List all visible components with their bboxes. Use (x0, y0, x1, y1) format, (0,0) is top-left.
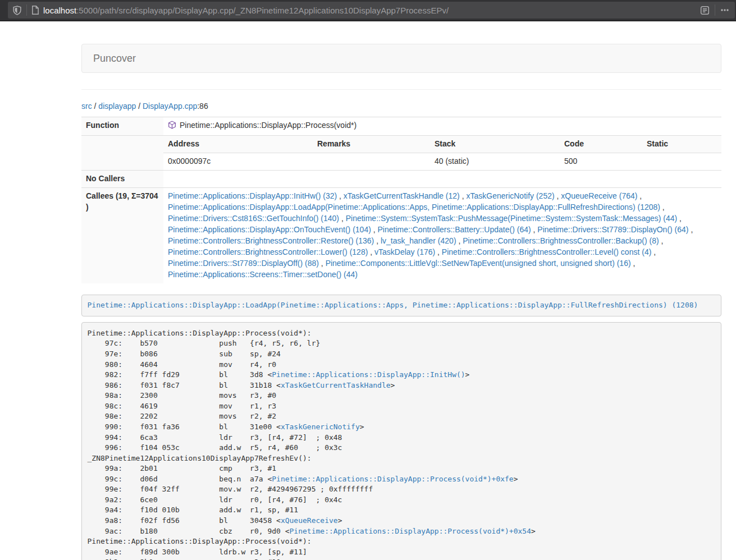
col-address: Address (163, 136, 313, 153)
callee-link[interactable]: Pinetime::Applications::DisplayApp::Init… (168, 191, 337, 200)
package-cube-icon (168, 121, 176, 132)
url-host: localhost (43, 6, 76, 15)
breadcrumb: src / displayapp / DisplayApp.cpp:86 (81, 100, 721, 112)
url-text[interactable]: localhost:5000/path/src/displayapp/Displ… (43, 6, 449, 15)
callee-link[interactable]: Pinetime::Applications::Screens::Timer::… (168, 270, 358, 279)
col-static: Static (642, 136, 721, 153)
col-code: Code (560, 136, 642, 153)
callee-link[interactable]: Pinetime::Components::LittleVgl::SetNewT… (326, 259, 631, 268)
reader-mode-icon[interactable] (700, 6, 710, 15)
page-content: Puncover src / displayapp / DisplayApp.c… (81, 44, 721, 560)
browser-toolbar: localhost:5000/path/src/displayapp/Displ… (0, 0, 736, 21)
assembly-pre: Pinetime::Applications::DisplayApp::Proc… (81, 322, 721, 560)
callees-cell: Pinetime::Applications::DisplayApp::Init… (163, 187, 721, 283)
callee-link[interactable]: xTaskGenericNotify (252) (466, 191, 554, 200)
value-code: 500 (560, 153, 642, 169)
callee-link[interactable]: Pinetime::Drivers::St7789::DisplayOn() (… (537, 225, 688, 234)
callees-line: Pinetime::Controllers::BrightnessControl… (168, 247, 717, 258)
divider-rule (81, 89, 721, 90)
value-static (642, 153, 721, 169)
callees-line: Pinetime::Controllers::BrightnessControl… (168, 236, 717, 247)
symbol-pre: Pinetime::Applications::DisplayApp::Load… (81, 295, 721, 317)
callee-link[interactable]: Pinetime::Controllers::BrightnessControl… (168, 247, 368, 256)
detail-row: Address Remarks Stack Code Static 0x0000… (81, 135, 721, 170)
symbol-link[interactable]: Pinetime::Applications::DisplayApp::Load… (88, 301, 698, 309)
callee-link[interactable]: vTaskDelay (176) (374, 247, 435, 256)
asm-symbol-link[interactable]: Pinetime::Applications::DisplayApp::Init… (272, 370, 465, 379)
function-table: Function Pinetime::Applications::Display… (81, 117, 721, 283)
no-callers-label: No Callers (81, 170, 163, 187)
callees-row: Callees (19, Σ=3704 ) Pinetime::Applicat… (81, 187, 721, 283)
callee-link[interactable]: xQueueReceive (764) (561, 191, 637, 200)
function-row: Function Pinetime::Applications::Display… (81, 117, 721, 136)
callees-line: Pinetime::Drivers::Cst816S::GetTouchInfo… (168, 213, 717, 224)
asm-symbol-link[interactable]: xTaskGetCurrentTaskHandle (281, 381, 391, 389)
no-callers-row: No Callers (81, 170, 721, 187)
detail-table: Address Remarks Stack Code Static 0x0000… (163, 136, 721, 170)
callee-link[interactable]: Pinetime::System::SystemTask::PushMessag… (346, 214, 678, 223)
url-path: :5000/path/src/displayapp/DisplayApp.cpp… (76, 6, 449, 15)
asm-symbol-link[interactable]: Pinetime::Applications::DisplayApp::Proc… (272, 475, 513, 483)
callee-link[interactable]: Pinetime::Drivers::Cst816S::GetTouchInfo… (168, 214, 339, 223)
col-stack: Stack (430, 136, 560, 153)
callee-link[interactable]: Pinetime::Controllers::BrightnessControl… (442, 247, 651, 256)
callees-label: Callees (19, Σ=3704 ) (81, 187, 163, 283)
col-remarks: Remarks (313, 136, 430, 153)
callees-line: Pinetime::Applications::DisplayApp::Init… (168, 191, 717, 202)
breadcrumb-line-number: :86 (197, 102, 208, 111)
callees-line: Pinetime::Applications::Screens::Timer::… (168, 269, 717, 281)
page-icon[interactable] (31, 6, 39, 15)
callee-link[interactable]: Pinetime::Applications::DisplayApp::OnTo… (168, 225, 371, 234)
asm-symbol-link[interactable]: xQueueReceive (281, 516, 338, 525)
urlbar-divider-left (26, 4, 27, 16)
callee-link[interactable]: xTaskGetCurrentTaskHandle (12) (344, 191, 460, 200)
brand-link[interactable]: Puncover (82, 44, 147, 72)
callees-line: Pinetime::Applications::DisplayApp::OnTo… (168, 224, 717, 236)
breadcrumb-link-src[interactable]: src (81, 102, 92, 111)
callee-link[interactable]: Pinetime::Drivers::St7789::DisplayOff() … (168, 259, 319, 268)
function-name: Pinetime::Applications::DisplayApp::Proc… (180, 121, 356, 130)
callees-line: Pinetime::Applications::DisplayApp::Load… (168, 202, 717, 213)
value-address: 0x0000097c (163, 153, 313, 169)
callee-link[interactable]: Pinetime::Controllers::BrightnessControl… (168, 236, 374, 245)
toolbar-bottom-line (0, 21, 736, 21)
callee-link[interactable]: Pinetime::Controllers::Battery::Update()… (378, 225, 531, 234)
callee-link[interactable]: Pinetime::Applications::DisplayApp::Load… (168, 203, 660, 212)
function-row-label: Function (81, 117, 163, 136)
callees-line: Pinetime::Drivers::St7789::DisplayOff() … (168, 258, 717, 269)
breadcrumb-link-DisplayApp.cpp[interactable]: DisplayApp.cpp (143, 102, 197, 111)
callee-link[interactable]: lv_task_handler (420) (381, 236, 456, 245)
urlbar-divider-right (715, 4, 715, 16)
value-remarks (313, 153, 430, 169)
url-bar[interactable]: localhost:5000/path/src/displayapp/Displ… (8, 2, 735, 19)
callee-link[interactable]: Pinetime::Controllers::BrightnessControl… (463, 236, 659, 245)
asm-symbol-link[interactable]: xTaskGenericNotify (281, 423, 360, 431)
shield-icon[interactable] (12, 6, 22, 15)
breadcrumb-link-displayapp[interactable]: displayapp (98, 102, 136, 111)
asm-symbol-link[interactable]: Pinetime::Applications::DisplayApp::Proc… (290, 527, 531, 535)
navbar: Puncover (81, 44, 721, 73)
overflow-menu-icon[interactable] (720, 6, 729, 15)
value-stack: 40 (static) (430, 153, 560, 169)
